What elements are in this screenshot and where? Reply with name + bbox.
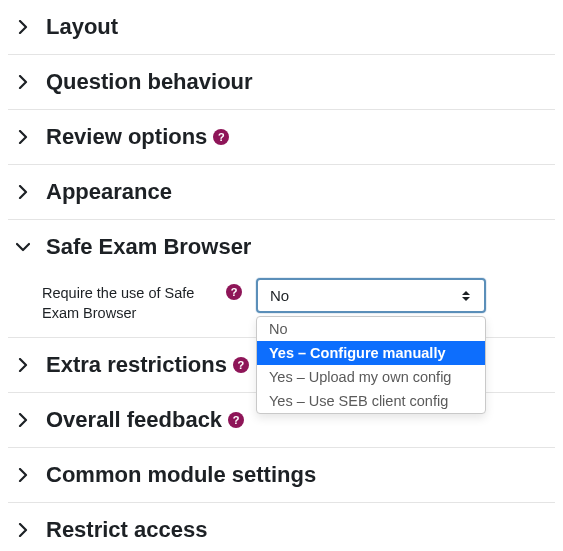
help-icon[interactable]: ? bbox=[213, 129, 229, 145]
require-seb-select[interactable]: No bbox=[256, 278, 486, 313]
chevron-right-icon bbox=[14, 411, 32, 429]
section-title-appearance: Appearance bbox=[46, 179, 172, 205]
chevron-right-icon bbox=[14, 18, 32, 36]
section-title-restrict-access: Restrict access bbox=[46, 517, 207, 543]
section-title-layout: Layout bbox=[46, 14, 118, 40]
chevron-right-icon bbox=[14, 128, 32, 146]
chevron-right-icon bbox=[14, 521, 32, 539]
select-sort-icon bbox=[460, 289, 472, 303]
section-toggle-safe-exam-browser[interactable]: Safe Exam Browser bbox=[8, 220, 555, 274]
chevron-right-icon bbox=[14, 466, 32, 484]
section-title-common-module-settings: Common module settings bbox=[46, 462, 316, 488]
dropdown-option-configure-manually[interactable]: Yes – Configure manually bbox=[257, 341, 485, 365]
section-toggle-appearance[interactable]: Appearance bbox=[8, 165, 555, 219]
section-toggle-layout[interactable]: Layout bbox=[8, 0, 555, 54]
section-toggle-review-options[interactable]: Review options ? bbox=[8, 110, 555, 164]
chevron-right-icon bbox=[14, 73, 32, 91]
require-seb-dropdown: No Yes – Configure manually Yes – Upload… bbox=[256, 316, 486, 414]
chevron-down-icon bbox=[14, 238, 32, 256]
dropdown-option-no[interactable]: No bbox=[257, 317, 485, 341]
field-label-require-seb: Require the use of Safe Exam Browser bbox=[42, 284, 212, 323]
section-toggle-question-behaviour[interactable]: Question behaviour bbox=[8, 55, 555, 109]
section-title-question-behaviour: Question behaviour bbox=[46, 69, 253, 95]
require-seb-select-value: No bbox=[270, 287, 289, 304]
dropdown-option-seb-client-config[interactable]: Yes – Use SEB client config bbox=[257, 389, 485, 413]
chevron-right-icon bbox=[14, 356, 32, 374]
help-icon[interactable]: ? bbox=[226, 284, 242, 300]
section-toggle-common-module-settings[interactable]: Common module settings bbox=[8, 448, 555, 502]
section-title-extra-restrictions: Extra restrictions bbox=[46, 352, 227, 378]
dropdown-option-upload-own-config[interactable]: Yes – Upload my own config bbox=[257, 365, 485, 389]
help-icon[interactable]: ? bbox=[228, 412, 244, 428]
section-title-review-options: Review options bbox=[46, 124, 207, 150]
section-toggle-restrict-access[interactable]: Restrict access bbox=[8, 503, 555, 551]
chevron-right-icon bbox=[14, 183, 32, 201]
help-icon[interactable]: ? bbox=[233, 357, 249, 373]
section-title-safe-exam-browser: Safe Exam Browser bbox=[46, 234, 251, 260]
section-title-overall-feedback: Overall feedback bbox=[46, 407, 222, 433]
